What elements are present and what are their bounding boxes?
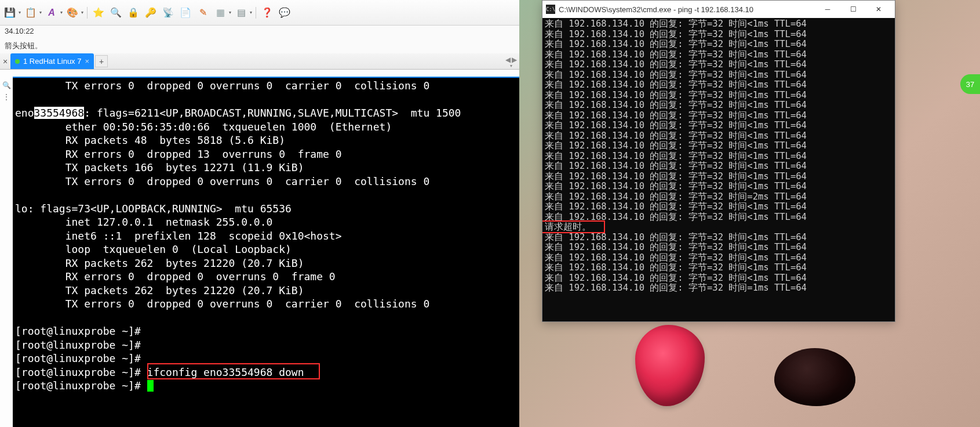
save-icon[interactable]: 💾 bbox=[2, 5, 17, 20]
close-all-tabs-button[interactable]: × bbox=[0, 53, 10, 69]
quick-sidebar: 🔍 ⋮ bbox=[0, 80, 13, 102]
tab-close-button[interactable]: × bbox=[85, 57, 89, 66]
address-text: 34.10:22 bbox=[0, 26, 519, 39]
more-icon[interactable]: ⋮ bbox=[1, 92, 12, 102]
package-icon[interactable]: ▦ bbox=[213, 5, 228, 20]
dropdown-icon[interactable]: ▾ bbox=[81, 10, 83, 15]
lock-icon[interactable]: 🔒 bbox=[126, 5, 141, 20]
dropdown-icon[interactable]: ▾ bbox=[60, 10, 63, 15]
decorative-image bbox=[635, 325, 705, 406]
document-icon[interactable]: 📄 bbox=[178, 5, 193, 20]
edit-icon[interactable]: ✎ bbox=[195, 5, 210, 20]
star-icon[interactable]: ⭐ bbox=[91, 5, 106, 20]
dropdown-icon[interactable]: ▾ bbox=[250, 10, 252, 15]
add-tab-button[interactable]: + bbox=[95, 55, 108, 67]
clipboard-icon[interactable]: 📋 bbox=[23, 5, 38, 20]
cmd-icon: C:\ bbox=[546, 5, 555, 14]
cmd-output[interactable]: 来自 192.168.134.10 的回复: 字节=32 时间<1ms TTL=… bbox=[542, 18, 895, 321]
dropdown-icon[interactable]: ▾ bbox=[19, 10, 21, 15]
network-icon[interactable]: 📡 bbox=[161, 5, 176, 20]
search-icon[interactable]: 🔍 bbox=[1, 80, 12, 91]
maximize-button[interactable]: ☐ bbox=[840, 1, 866, 17]
terminal-emulator-window: 💾▾ 📋▾ A▾ 🎨▾ ⭐ 🔍 🔒 🔑 📡 📄 ✎ ▦▾ ▤▾ ❓ 💬 34.1… bbox=[0, 0, 519, 427]
status-dot-icon bbox=[15, 59, 20, 64]
cmd-window: C:\ C:\WINDOWS\system32\cmd.exe - ping -… bbox=[542, 0, 895, 322]
tab-label: 1 RedHat Linux 7 bbox=[23, 57, 81, 66]
chat-icon[interactable]: 💬 bbox=[277, 5, 292, 20]
tab-session[interactable]: 1 RedHat Linux 7 × bbox=[10, 53, 94, 69]
help-icon[interactable]: ❓ bbox=[260, 5, 275, 20]
dropdown-icon[interactable]: ▾ bbox=[229, 10, 231, 15]
terminal-output[interactable]: TX errors 0 dropped 0 overruns 0 carrier… bbox=[13, 77, 519, 427]
font-icon[interactable]: A bbox=[44, 5, 59, 20]
dropdown-icon[interactable]: ▾ bbox=[39, 10, 42, 15]
decorative-image bbox=[774, 348, 855, 406]
key-icon[interactable]: 🔑 bbox=[143, 5, 158, 20]
tab-prev-button[interactable]: ◀ bbox=[505, 56, 511, 64]
cmd-title-text: C:\WINDOWS\system32\cmd.exe - ping -t 19… bbox=[559, 5, 753, 14]
main-toolbar: 💾▾ 📋▾ A▾ 🎨▾ ⭐ 🔍 🔒 🔑 📡 📄 ✎ ▦▾ ▤▾ ❓ 💬 bbox=[0, 0, 519, 26]
folder-icon[interactable]: ▤ bbox=[234, 5, 249, 20]
search-icon[interactable]: 🔍 bbox=[108, 5, 123, 20]
dropdown-icon[interactable]: ▾ bbox=[510, 63, 518, 69]
tab-nav: ◀ ▶ bbox=[505, 56, 517, 64]
hint-text: 箭头按钮。 bbox=[0, 39, 519, 53]
window-controls: ─ ☐ ✕ bbox=[815, 1, 891, 17]
highlight-annotation bbox=[542, 220, 605, 233]
close-button[interactable]: ✕ bbox=[866, 1, 891, 17]
notification-badge[interactable]: 37 bbox=[960, 74, 980, 94]
tab-bar: × 1 RedHat Linux 7 × + ◀ ▶ ▾ bbox=[0, 53, 519, 70]
minimize-button[interactable]: ─ bbox=[815, 1, 840, 17]
tab-next-button[interactable]: ▶ bbox=[512, 56, 517, 64]
highlight-annotation bbox=[147, 363, 320, 379]
cmd-titlebar[interactable]: C:\ C:\WINDOWS\system32\cmd.exe - ping -… bbox=[542, 1, 895, 18]
palette-icon[interactable]: 🎨 bbox=[65, 5, 80, 20]
